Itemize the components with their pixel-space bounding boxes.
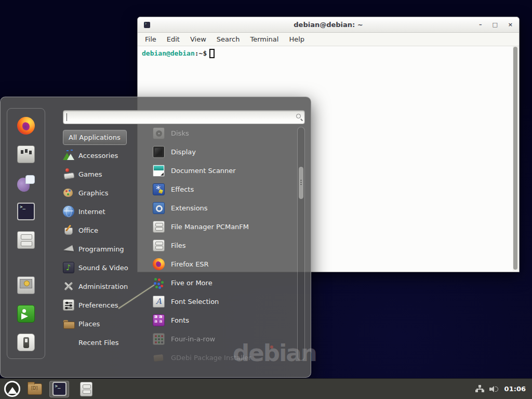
application-list-scrollbar-handle[interactable] [299, 167, 303, 199]
close-icon[interactable]: × [508, 22, 513, 28]
category-label: Administration [78, 283, 128, 290]
gdebi-icon [153, 352, 165, 364]
category-all-applications[interactable]: All Applications [63, 130, 127, 145]
category-row[interactable]: Games [63, 165, 141, 183]
administration-icon [63, 281, 74, 292]
menubar-item[interactable]: Terminal [245, 35, 284, 43]
search-text-caret [66, 113, 67, 121]
settings-panel-icon[interactable] [17, 145, 35, 163]
taskbar-left [4, 381, 96, 397]
terminal-menubar: FileEditViewSearchTerminalHelp [138, 33, 519, 46]
menubar-item[interactable]: File [140, 35, 162, 43]
pidgin-icon[interactable] [17, 174, 35, 192]
programming-icon [63, 243, 74, 255]
taskbar-files-button[interactable] [76, 381, 96, 397]
minimize-icon[interactable]: – [479, 22, 482, 28]
category-row[interactable]: Graphics [63, 183, 141, 202]
category-row[interactable]: Administration [63, 277, 141, 296]
application-row[interactable]: Firefox ESR [141, 255, 296, 273]
application-label: Extensions [171, 204, 208, 212]
category-row[interactable]: Places [63, 314, 141, 333]
category-label: Preferences [78, 301, 118, 309]
files-icon [153, 240, 165, 251]
session-group [17, 276, 35, 351]
category-label: Internet [78, 208, 105, 216]
application-row[interactable]: Extensions [141, 198, 296, 217]
application-label: Effects [171, 185, 194, 193]
lock-screen-icon[interactable] [17, 276, 35, 294]
category-row[interactable]: Programming [63, 240, 141, 258]
application-label: Firefox ESR [171, 260, 209, 268]
application-row[interactable]: Five or More [141, 273, 296, 292]
power-icon[interactable] [17, 334, 35, 351]
application-label: Four-in-a-row [171, 335, 215, 343]
menubar-item[interactable]: Edit [162, 35, 185, 43]
file-cabinet-icon[interactable] [17, 231, 35, 249]
network-icon[interactable] [475, 385, 484, 393]
category-list: Accessories Games Graphics Internet [63, 146, 141, 352]
prompt-user: debian@debian [142, 49, 195, 57]
application-label: File Manager PCManFM [171, 223, 249, 231]
games-icon [63, 168, 74, 180]
application-row[interactable]: Files [141, 236, 296, 255]
disks-icon [153, 127, 165, 139]
file-manager-icon [153, 221, 165, 233]
terminal-icon[interactable] [17, 203, 35, 220]
effects-icon [153, 183, 165, 195]
maximize-icon[interactable]: □ [492, 22, 497, 28]
application-row[interactable]: Disks [141, 124, 296, 142]
taskbar: 01:06 [0, 378, 532, 399]
application-label: Five or More [171, 279, 212, 287]
category-row[interactable]: Recent Files [63, 333, 141, 352]
taskbar-terminal-window-button[interactable] [49, 381, 69, 397]
logout-icon[interactable] [17, 305, 35, 323]
application-label: Disks [171, 129, 189, 137]
application-label: Fonts [171, 316, 189, 324]
application-row[interactable]: Display [141, 142, 296, 161]
search-input[interactable] [63, 110, 305, 124]
extensions-icon [153, 202, 165, 214]
desktop: debian@debian: ~ –□× FileEditViewSearchT… [0, 0, 532, 399]
category-row[interactable]: Office [63, 221, 141, 240]
favorites-sidebar [7, 108, 45, 359]
application-row[interactable]: Font Selection [141, 292, 296, 311]
application-label: Files [171, 242, 186, 249]
category-label: Accessories [78, 152, 118, 159]
application-row[interactable]: File Manager PCManFM [141, 217, 296, 236]
terminal-titlebar[interactable]: debian@debian: ~ –□× [138, 17, 519, 33]
accessories-icon [63, 150, 74, 161]
display-icon [153, 146, 165, 158]
five-or-more-icon [153, 277, 165, 289]
application-row[interactable]: GDebi Package Installer [141, 348, 296, 367]
menu-search [63, 110, 305, 124]
application-list-scrollbar[interactable] [297, 127, 305, 361]
file-manager-launcher-icon[interactable] [28, 383, 42, 395]
volume-icon[interactable] [489, 385, 499, 393]
window-controls: –□× [479, 22, 513, 28]
category-row[interactable]: Preferences [63, 296, 141, 314]
terminal-scrollbar[interactable] [513, 46, 518, 271]
menu-button[interactable] [4, 381, 20, 397]
application-row[interactable]: Fonts [141, 311, 296, 329]
terminal-icon [52, 382, 66, 396]
menubar-item[interactable]: Help [284, 35, 310, 43]
application-row[interactable]: Four-in-a-row [141, 329, 296, 348]
category-row[interactable]: Accessories [63, 146, 141, 165]
prompt-suffix: :~$ [195, 49, 207, 57]
firefox-icon[interactable] [17, 117, 35, 135]
category-row[interactable]: Internet [63, 202, 141, 221]
application-label: Font Selection [171, 298, 219, 305]
document-scanner-icon [153, 165, 165, 177]
category-label: Graphics [78, 189, 108, 197]
category-row[interactable]: Sound & Video [63, 258, 141, 277]
search-icon [296, 114, 301, 118]
application-row[interactable]: Effects [141, 180, 296, 198]
application-row[interactable]: Document Scanner [141, 161, 296, 180]
category-label: Sound & Video [78, 264, 128, 272]
menubar-item[interactable]: View [185, 35, 211, 43]
terminal-scrollbar-handle[interactable] [513, 47, 517, 270]
clock[interactable]: 01:06 [504, 385, 526, 393]
menubar-item[interactable]: Search [211, 35, 245, 43]
favorites-group [17, 117, 35, 249]
network-icon-lines [476, 389, 483, 390]
